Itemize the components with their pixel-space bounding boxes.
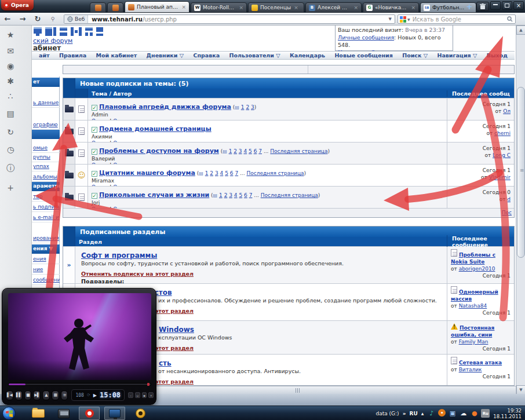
page-link[interactable]: 3: [239, 148, 242, 154]
sidebar-link-text[interactable]: ирования: [33, 235, 59, 241]
sidebar-link[interactable]: ь данные: [32, 98, 60, 108]
tab-поселенцы[interactable]: Поселенцы×: [248, 2, 304, 13]
tab-плановый-апгрейд-[interactable]: Плановый апгрейд ...×: [125, 1, 189, 13]
sidebar-link[interactable]: ние: [32, 265, 60, 275]
last-page-link[interactable]: Последняя страница: [270, 148, 327, 154]
player-app-icon[interactable]: [104, 407, 125, 420]
page-link[interactable]: 7: [235, 170, 238, 176]
last-post-user-link[interactable]: Family Man: [459, 339, 488, 345]
reply-link[interactable]: Ответ: [92, 184, 108, 186]
sidebar-link[interactable]: руппы: [32, 153, 60, 162]
tab--новичкам-я-бы-по-[interactable]: G«Новичкам я бы по...×: [363, 2, 419, 13]
page-link[interactable]: 6: [244, 192, 247, 198]
tab-close-icon[interactable]: ×: [181, 4, 186, 10]
sidebar-link-text[interactable]: уппах: [33, 163, 49, 169]
scroll-down-arrow[interactable]: ▼: [516, 385, 525, 395]
last-post-user-link[interactable]: Vladimir: [489, 174, 511, 180]
contacts-icon[interactable]: ◉: [5, 60, 16, 72]
page-link[interactable]: 2: [210, 170, 213, 176]
opera-menu-button[interactable]: Opera: [1, 0, 34, 10]
url-dropdown-arrow[interactable]: ▼: [389, 17, 395, 21]
sidebar-link-text[interactable]: ь данные: [33, 100, 59, 105]
page-link[interactable]: 1: [229, 148, 232, 154]
unsubscribe-link[interactable]: Отписаться: [113, 140, 145, 142]
history-clock-icon[interactable]: ◷: [5, 144, 16, 155]
sidebar-link-text[interactable]: омые: [33, 145, 48, 151]
info-icon[interactable]: ⓘ: [5, 162, 16, 174]
stop-button[interactable]: ■: [24, 390, 32, 400]
add-panel-icon[interactable]: +: [5, 182, 16, 193]
player-close-button[interactable]: ×: [148, 392, 154, 398]
sidebar-link-text[interactable]: ения: [33, 256, 46, 262]
vertical-scroll-thumb[interactable]: [517, 87, 525, 258]
player-restore-button[interactable]: ▫: [135, 392, 140, 398]
url-field[interactable]: Веб www.tehnari.ru/usercp.php ▼: [64, 14, 395, 24]
page-link[interactable]: 4: [220, 170, 224, 176]
playlist-button[interactable]: ▦: [52, 390, 59, 400]
nav-item-навигация-[interactable]: Навигация ▽: [437, 52, 477, 59]
security-badge[interactable]: Веб: [64, 15, 88, 23]
nav-item-новые-сообщения[interactable]: Новые сообщения: [334, 52, 392, 59]
sidebar-link-text[interactable]: тар: [33, 193, 42, 199]
video-player-window[interactable]: ▌◀ ▌▌ ■ ▶▌ ▲ ▦ ≡ 108 ⟳ ▶ 15:08 – ▫ ▪ ×: [2, 288, 156, 405]
topic-title-link[interactable]: Плановый апгрейд движка форума: [99, 103, 231, 111]
last-post-user-link[interactable]: Виталик: [459, 367, 482, 372]
last-post-topic-link[interactable]: Сетевая атака: [459, 360, 502, 366]
back-button[interactable]: ←: [0, 14, 15, 23]
search-engine-dropdown[interactable]: ▼: [407, 17, 410, 21]
share-icon[interactable]: ∴: [5, 90, 16, 102]
private-messages-link[interactable]: Личные сообщения: [338, 34, 394, 41]
close-button[interactable]: ×: [513, 1, 524, 10]
last-post-user-link[interactable]: Ол: [503, 108, 511, 114]
unsubscribe-link[interactable]: Отписаться: [113, 118, 145, 120]
section-title-link[interactable]: Windows: [159, 326, 194, 334]
subscribed-check-icon[interactable]: ✓: [92, 105, 97, 111]
tab-pinned-1[interactable]: [107, 2, 123, 13]
nav-item-поиск-[interactable]: Поиск ▽: [402, 52, 428, 59]
sync-icon[interactable]: ↻: [5, 126, 16, 138]
page-link[interactable]: 4: [243, 148, 247, 154]
unsubscribe-link[interactable]: Отписаться: [113, 184, 145, 186]
maximize-button[interactable]: [502, 1, 512, 10]
nav-item-правила[interactable]: Правила: [59, 52, 86, 59]
seek-bar[interactable]: [8, 383, 151, 386]
nav-item-дневники-[interactable]: Дневники ▽: [147, 52, 184, 59]
nav-item-справка[interactable]: Справка: [193, 52, 220, 59]
last-post-user-link[interactable]: aborigen2010: [459, 266, 495, 272]
cancel-subscription-link[interactable]: Отменить подписку на этот раздел: [81, 271, 194, 277]
bookmark-star-icon[interactable]: ★: [5, 29, 16, 41]
page-link[interactable]: 3: [215, 170, 218, 176]
page-link[interactable]: 1: [205, 170, 209, 176]
tab-close-icon[interactable]: ×: [353, 5, 358, 10]
sidebar-link[interactable]: тар: [32, 192, 60, 202]
closed-tabs-trash-button[interactable]: [476, 2, 489, 11]
player-fullscreen-button[interactable]: ▪: [142, 392, 147, 398]
next-button[interactable]: ▶▌: [33, 390, 41, 400]
previous-button[interactable]: ▌◀: [6, 390, 13, 400]
tab-close-icon[interactable]: ×: [239, 5, 243, 10]
ru-tray-icon[interactable]: Ru: [481, 409, 490, 418]
last-post-user-link[interactable]: cherni: [494, 130, 511, 136]
nav-item-календарь[interactable]: Календарь: [290, 52, 325, 59]
nav-item-айт[interactable]: айт: [39, 52, 50, 59]
sidebar-link-text[interactable]: ь подпись: [33, 204, 60, 210]
page-link[interactable]: 1: [219, 192, 223, 198]
media-app-icon[interactable]: [53, 407, 74, 420]
page-link[interactable]: 2: [224, 192, 228, 198]
settings-button[interactable]: ≡: [61, 390, 68, 400]
scroll-up-arrow[interactable]: ▲: [516, 25, 525, 35]
sidebar-link-text[interactable]: ние: [33, 266, 43, 272]
sidebar-link-text[interactable]: ь e-mail и пароль: [33, 214, 60, 220]
aimp-icon[interactable]: [130, 407, 151, 420]
sidebar-link[interactable]: ения: [32, 255, 60, 264]
page-link[interactable]: 6: [254, 148, 257, 154]
eject-button[interactable]: ▲: [42, 390, 50, 400]
page-link[interactable]: 2: [234, 148, 237, 154]
reply-link[interactable]: Ответ: [92, 140, 108, 142]
reply-link[interactable]: Ответ: [92, 206, 108, 208]
tab-pinned-0[interactable]: [90, 2, 106, 13]
unsubscribe-link[interactable]: Отписаться: [113, 206, 145, 208]
page-link[interactable]: 7: [249, 192, 253, 198]
tab-close-icon[interactable]: ×: [411, 5, 415, 10]
explorer-icon[interactable]: [28, 407, 49, 420]
